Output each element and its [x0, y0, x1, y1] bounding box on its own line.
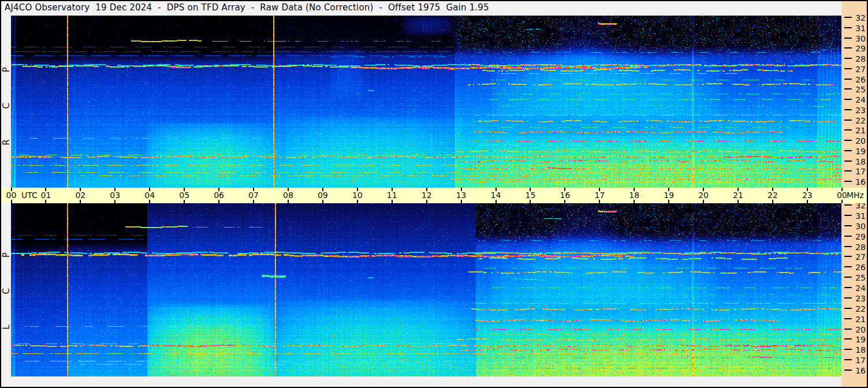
freq-tick-mark — [844, 215, 852, 216]
rcp-panel-label: R C P — [1, 73, 12, 166]
freq-tick-rcp: 26 — [841, 75, 867, 83]
freq-tick-mark — [844, 181, 852, 182]
freq-tick-mark — [844, 99, 852, 100]
freq-tick-label: 27 — [852, 252, 866, 262]
lcp-panel-label-text: L C P — [1, 238, 12, 330]
time-tick — [703, 200, 704, 203]
lcp-panel-label: L C P — [1, 258, 12, 350]
freq-tick-rcp: 32 — [841, 13, 867, 21]
time-tick — [461, 200, 462, 203]
freq-tick-rcp: 25 — [841, 85, 867, 93]
freq-tick-mark — [844, 370, 852, 371]
freq-tick-label: 29 — [852, 232, 866, 241]
freq-tick-mark — [844, 140, 852, 141]
time-tick — [426, 200, 427, 203]
time-axis: 0001020304050607080910111213141516171819… — [1, 188, 867, 203]
freq-tick-lcp: 29 — [841, 232, 867, 240]
time-tick-label: 00 — [837, 191, 847, 200]
freq-tick-label: 27 — [852, 65, 866, 74]
time-tick — [11, 200, 12, 203]
freq-tick-label: 30 — [852, 34, 866, 43]
time-axis-unit-utc: UTC — [21, 191, 38, 200]
freq-tick-label: 22 — [852, 304, 866, 314]
time-tick-label: 01 — [41, 191, 51, 200]
freq-tick-label: 19 — [852, 147, 866, 156]
freq-tick-mark — [844, 338, 852, 339]
freq-tick-mark — [844, 170, 852, 171]
freq-tick-lcp: 20 — [841, 325, 867, 333]
freq-tick-mark — [844, 359, 852, 360]
freq-tick-label: 17 — [852, 167, 866, 176]
freq-tick-mark — [844, 27, 852, 28]
freq-tick-lcp: 19 — [841, 335, 867, 343]
freq-tick-rcp: 23 — [841, 106, 867, 114]
freq-tick-label: 20 — [852, 325, 866, 334]
freq-tick-label: 24 — [852, 95, 866, 105]
freq-tick-label: 24 — [852, 283, 866, 293]
time-tick-label: 11 — [387, 191, 397, 200]
freq-tick-mark — [844, 17, 852, 18]
freq-tick-mark — [844, 287, 852, 288]
freq-tick-lcp: 27 — [841, 252, 867, 260]
freq-tick-label: 29 — [852, 44, 866, 53]
freq-tick-mark — [844, 161, 852, 162]
freq-tick-mark — [844, 297, 852, 299]
time-tick — [807, 200, 808, 203]
time-tick-label: 09 — [318, 191, 328, 200]
time-tick-label: 00 — [6, 191, 17, 200]
freq-tick-mark — [844, 266, 852, 267]
freq-tick-lcp: 25 — [841, 273, 867, 281]
freq-tick-label: 28 — [852, 54, 866, 64]
freq-tick-label: 19 — [852, 335, 866, 344]
freq-tick-mark — [844, 246, 852, 247]
freq-tick-mark — [844, 109, 852, 110]
freq-tick-lcp: 30 — [841, 222, 867, 230]
freq-tick-lcp: 31 — [841, 211, 867, 219]
time-tick-label: 12 — [422, 191, 432, 200]
freq-tick-mark — [844, 150, 852, 151]
time-tick — [253, 200, 254, 203]
time-tick — [80, 200, 81, 203]
freq-tick-rcp: 22 — [841, 116, 867, 124]
time-tick-label: 22 — [768, 191, 778, 200]
freq-tick-lcp: 16 — [841, 366, 867, 374]
freq-tick-label: 28 — [852, 242, 866, 252]
time-tick — [45, 200, 46, 203]
rcp-panel-label-text: R C P — [1, 53, 12, 146]
freq-tick-mark — [844, 38, 852, 39]
time-tick-label: 02 — [75, 191, 85, 200]
time-tick — [634, 200, 635, 203]
time-tick — [288, 200, 289, 203]
freq-tick-mark — [844, 68, 852, 69]
freq-tick-lcp: 28 — [841, 242, 867, 251]
freq-tick-rcp: 21 — [841, 126, 867, 134]
freq-tick-label: 23 — [852, 106, 866, 115]
freq-tick-label: 25 — [852, 273, 866, 282]
freq-tick-label: 25 — [852, 85, 866, 94]
freq-tick-rcp: 31 — [841, 24, 867, 32]
freq-tick-rcp: 24 — [841, 95, 867, 103]
freq-tick-mark — [844, 79, 852, 80]
freq-tick-label: 26 — [852, 263, 866, 272]
freq-tick-mark — [844, 58, 852, 59]
freq-tick-mark — [844, 47, 852, 48]
freq-tick-mark — [844, 318, 852, 319]
time-tick — [322, 200, 323, 203]
freq-tick-label: 21 — [852, 126, 866, 135]
freq-tick-label: 26 — [852, 75, 866, 84]
time-tick-label: 19 — [664, 191, 674, 200]
freq-tick-label: 22 — [852, 116, 866, 125]
time-tick — [184, 200, 185, 203]
freq-tick-label: 31 — [852, 24, 866, 33]
freq-axis-unit-mhz: MHz — [847, 191, 864, 200]
freq-tick-rcp: 20 — [841, 136, 867, 144]
freq-tick-mark — [844, 225, 852, 226]
time-tick — [530, 200, 531, 203]
freq-tick-lcp: 24 — [841, 283, 867, 292]
time-tick-label: 13 — [456, 191, 467, 200]
time-tick-label: 20 — [698, 191, 709, 200]
time-tick — [737, 200, 739, 203]
freq-tick-mark — [844, 277, 852, 278]
spectrogram-window: AJ4CO Observatory 19 Dec 2024 - DPS on T… — [0, 0, 868, 388]
freq-tick-label: 17 — [852, 356, 866, 365]
